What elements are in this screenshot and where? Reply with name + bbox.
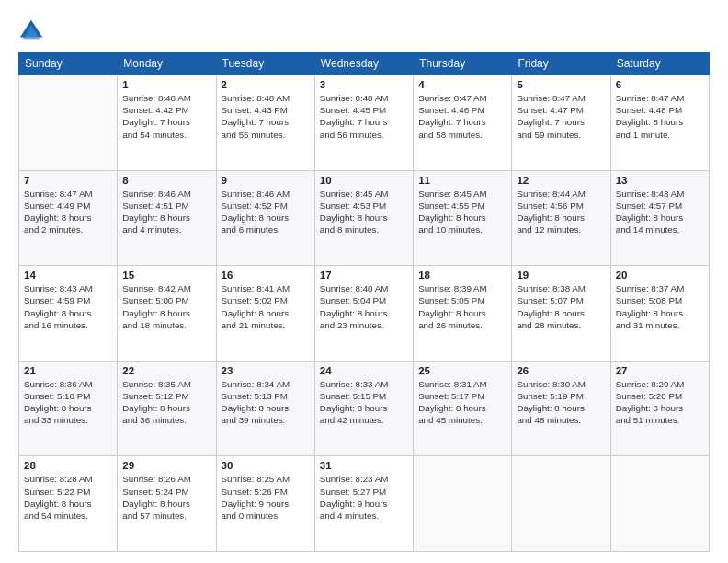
day-info: Sunrise: 8:43 AM Sunset: 4:57 PM Dayligh… [616, 188, 704, 236]
day-number: 28 [24, 460, 112, 471]
day-number: 8 [122, 175, 210, 186]
day-number: 22 [122, 365, 210, 376]
calendar-cell: 25Sunrise: 8:31 AM Sunset: 5:17 PM Dayli… [414, 361, 512, 456]
calendar-week-4: 21Sunrise: 8:36 AM Sunset: 5:10 PM Dayli… [19, 361, 710, 456]
day-info: Sunrise: 8:34 AM Sunset: 5:13 PM Dayligh… [222, 378, 310, 427]
day-info: Sunrise: 8:41 AM Sunset: 5:02 PM Dayligh… [222, 282, 310, 331]
day-number: 19 [517, 270, 605, 281]
calendar-cell: 10Sunrise: 8:45 AM Sunset: 4:53 PM Dayli… [314, 170, 413, 266]
day-number: 16 [222, 270, 310, 281]
col-thursday: Thursday [414, 52, 512, 75]
calendar-cell: 20Sunrise: 8:37 AM Sunset: 5:08 PM Dayli… [610, 266, 709, 362]
calendar-cell: 14Sunrise: 8:43 AM Sunset: 4:59 PM Dayli… [19, 266, 118, 362]
logo [18, 18, 46, 44]
day-number: 11 [418, 175, 506, 186]
calendar-cell: 27Sunrise: 8:29 AM Sunset: 5:20 PM Dayli… [610, 361, 709, 456]
calendar-cell: 18Sunrise: 8:39 AM Sunset: 5:05 PM Dayli… [414, 266, 512, 362]
day-info: Sunrise: 8:25 AM Sunset: 5:26 PM Dayligh… [222, 473, 310, 522]
calendar-cell: 13Sunrise: 8:43 AM Sunset: 4:57 PM Dayli… [610, 170, 709, 266]
calendar-cell: 3Sunrise: 8:48 AM Sunset: 4:45 PM Daylig… [314, 75, 413, 171]
calendar-cell: 17Sunrise: 8:40 AM Sunset: 5:04 PM Dayli… [314, 266, 413, 362]
day-info: Sunrise: 8:42 AM Sunset: 5:00 PM Dayligh… [122, 282, 210, 331]
calendar-cell: 15Sunrise: 8:42 AM Sunset: 5:00 PM Dayli… [118, 266, 216, 362]
calendar-cell: 6Sunrise: 8:47 AM Sunset: 4:48 PM Daylig… [610, 75, 709, 171]
col-saturday: Saturday [610, 52, 709, 75]
calendar-cell: 30Sunrise: 8:25 AM Sunset: 5:26 PM Dayli… [216, 456, 314, 552]
calendar-cell: 16Sunrise: 8:41 AM Sunset: 5:02 PM Dayli… [216, 266, 314, 362]
day-info: Sunrise: 8:48 AM Sunset: 4:43 PM Dayligh… [222, 92, 310, 141]
day-number: 1 [122, 79, 210, 90]
col-monday: Monday [118, 52, 216, 75]
day-number: 21 [24, 365, 112, 376]
calendar-cell: 7Sunrise: 8:47 AM Sunset: 4:49 PM Daylig… [19, 170, 118, 266]
day-number: 13 [616, 175, 704, 186]
day-number: 26 [517, 365, 605, 376]
day-number: 15 [122, 270, 210, 281]
day-info: Sunrise: 8:47 AM Sunset: 4:47 PM Dayligh… [517, 92, 605, 141]
day-number: 12 [517, 175, 605, 186]
calendar-week-5: 28Sunrise: 8:28 AM Sunset: 5:22 PM Dayli… [19, 456, 710, 552]
day-number: 17 [320, 270, 408, 281]
day-info: Sunrise: 8:38 AM Sunset: 5:07 PM Dayligh… [517, 282, 605, 331]
calendar-week-1: 1Sunrise: 8:48 AM Sunset: 4:42 PM Daylig… [19, 75, 710, 171]
day-number: 14 [24, 270, 112, 281]
day-number: 23 [222, 365, 310, 376]
logo-icon [18, 18, 44, 44]
day-number: 31 [320, 460, 408, 471]
calendar-header-row: Sunday Monday Tuesday Wednesday Thursday… [19, 52, 710, 75]
day-number: 29 [122, 460, 210, 471]
day-info: Sunrise: 8:36 AM Sunset: 5:10 PM Dayligh… [24, 378, 112, 427]
calendar-cell: 19Sunrise: 8:38 AM Sunset: 5:07 PM Dayli… [512, 266, 610, 362]
col-tuesday: Tuesday [216, 52, 314, 75]
header [18, 15, 710, 44]
day-number: 18 [418, 270, 506, 281]
day-info: Sunrise: 8:46 AM Sunset: 4:51 PM Dayligh… [122, 188, 210, 236]
day-number: 25 [418, 365, 506, 376]
calendar-cell [414, 456, 512, 552]
day-number: 30 [222, 460, 310, 471]
calendar-cell: 1Sunrise: 8:48 AM Sunset: 4:42 PM Daylig… [118, 75, 216, 171]
calendar-cell: 26Sunrise: 8:30 AM Sunset: 5:19 PM Dayli… [512, 361, 610, 456]
calendar-cell [512, 456, 610, 552]
calendar-cell: 5Sunrise: 8:47 AM Sunset: 4:47 PM Daylig… [512, 75, 610, 171]
calendar-cell: 24Sunrise: 8:33 AM Sunset: 5:15 PM Dayli… [314, 361, 413, 456]
calendar-cell: 4Sunrise: 8:47 AM Sunset: 4:46 PM Daylig… [414, 75, 512, 171]
day-info: Sunrise: 8:47 AM Sunset: 4:46 PM Dayligh… [418, 92, 506, 141]
day-info: Sunrise: 8:35 AM Sunset: 5:12 PM Dayligh… [122, 378, 210, 427]
col-friday: Friday [512, 52, 610, 75]
day-info: Sunrise: 8:48 AM Sunset: 4:42 PM Dayligh… [122, 92, 210, 141]
calendar-week-2: 7Sunrise: 8:47 AM Sunset: 4:49 PM Daylig… [19, 170, 710, 266]
calendar-cell: 31Sunrise: 8:23 AM Sunset: 5:27 PM Dayli… [314, 456, 413, 552]
calendar-cell: 11Sunrise: 8:45 AM Sunset: 4:55 PM Dayli… [414, 170, 512, 266]
day-info: Sunrise: 8:45 AM Sunset: 4:55 PM Dayligh… [418, 188, 506, 236]
day-number: 20 [616, 270, 704, 281]
day-info: Sunrise: 8:31 AM Sunset: 5:17 PM Dayligh… [418, 378, 506, 427]
day-info: Sunrise: 8:39 AM Sunset: 5:05 PM Dayligh… [418, 282, 506, 331]
day-info: Sunrise: 8:48 AM Sunset: 4:45 PM Dayligh… [320, 92, 408, 141]
day-info: Sunrise: 8:45 AM Sunset: 4:53 PM Dayligh… [320, 188, 408, 236]
calendar-cell: 12Sunrise: 8:44 AM Sunset: 4:56 PM Dayli… [512, 170, 610, 266]
day-number: 27 [616, 365, 704, 376]
calendar-cell: 22Sunrise: 8:35 AM Sunset: 5:12 PM Dayli… [118, 361, 216, 456]
day-info: Sunrise: 8:40 AM Sunset: 5:04 PM Dayligh… [320, 282, 408, 331]
day-info: Sunrise: 8:33 AM Sunset: 5:15 PM Dayligh… [320, 378, 408, 427]
day-number: 24 [320, 365, 408, 376]
day-number: 4 [418, 79, 506, 90]
day-info: Sunrise: 8:28 AM Sunset: 5:22 PM Dayligh… [24, 473, 112, 522]
day-info: Sunrise: 8:47 AM Sunset: 4:49 PM Dayligh… [24, 188, 112, 236]
calendar-cell: 29Sunrise: 8:26 AM Sunset: 5:24 PM Dayli… [118, 456, 216, 552]
calendar-cell: 8Sunrise: 8:46 AM Sunset: 4:51 PM Daylig… [118, 170, 216, 266]
day-number: 5 [517, 79, 605, 90]
day-info: Sunrise: 8:47 AM Sunset: 4:48 PM Dayligh… [616, 92, 704, 141]
day-number: 9 [222, 175, 310, 186]
day-number: 6 [616, 79, 704, 90]
calendar-week-3: 14Sunrise: 8:43 AM Sunset: 4:59 PM Dayli… [19, 266, 710, 362]
calendar-cell: 2Sunrise: 8:48 AM Sunset: 4:43 PM Daylig… [216, 75, 314, 171]
day-info: Sunrise: 8:26 AM Sunset: 5:24 PM Dayligh… [122, 473, 210, 522]
day-number: 10 [320, 175, 408, 186]
calendar: Sunday Monday Tuesday Wednesday Thursday… [18, 52, 710, 552]
calendar-cell [610, 456, 709, 552]
day-number: 2 [222, 79, 310, 90]
calendar-cell: 9Sunrise: 8:46 AM Sunset: 4:52 PM Daylig… [216, 170, 314, 266]
col-sunday: Sunday [19, 52, 118, 75]
